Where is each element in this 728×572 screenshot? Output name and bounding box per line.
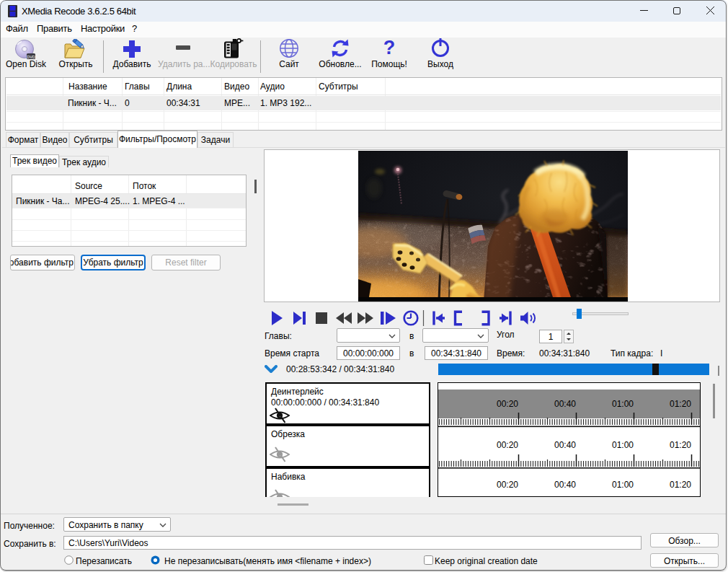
svg-text:DVD: DVD bbox=[27, 55, 35, 59]
svg-text:?: ? bbox=[383, 37, 396, 58]
